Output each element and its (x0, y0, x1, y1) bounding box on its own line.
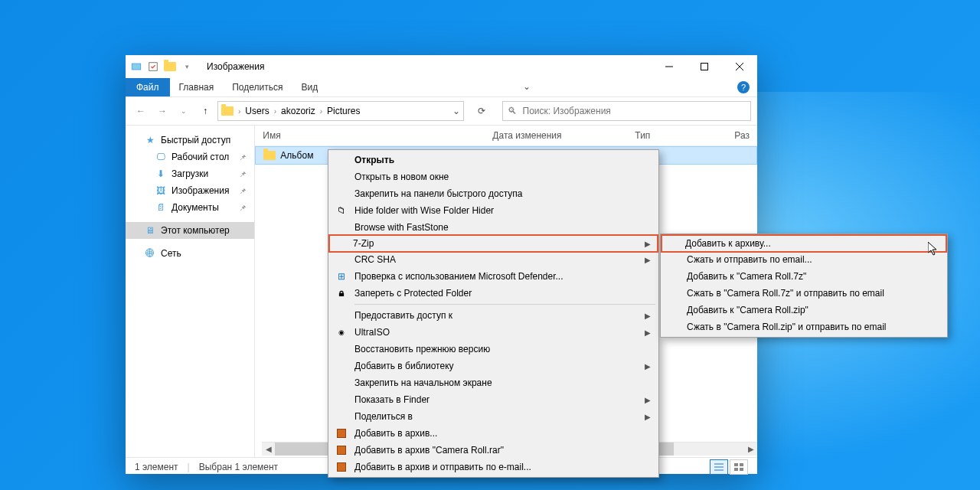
nav-up-button[interactable]: ↑ (196, 102, 214, 120)
ctx-library[interactable]: Добавить в библиотеку▶ (330, 358, 657, 374)
column-headers: Имя Дата изменения Тип Раз (255, 126, 757, 146)
ribbon-collapse-icon[interactable]: ⌄ (523, 81, 531, 96)
close-button[interactable] (722, 55, 757, 78)
sub-compress-7z-email[interactable]: Сжать в "Camera Roll.7z" и отправить по … (662, 285, 946, 302)
submenu-arrow-icon: ▶ (645, 396, 651, 404)
sidebar-network[interactable]: 🌐︎Сеть (126, 245, 254, 262)
svg-rect-17 (338, 446, 345, 454)
scroll-left-button[interactable]: ◀ (262, 443, 275, 456)
tab-file[interactable]: Файл (126, 78, 170, 96)
svg-rect-12 (734, 468, 738, 471)
breadcrumb-user[interactable]: akozoriz (281, 106, 315, 116)
sidebar-downloads[interactable]: ⬇Загрузки📌︎ (126, 165, 254, 182)
documents-icon: 📄︎ (155, 201, 167, 214)
sub-add-7z[interactable]: Добавить к "Camera Roll.7z" (662, 268, 946, 285)
help-icon[interactable]: ? (737, 81, 750, 93)
sub-add-archive[interactable]: Добавить к архиву... (661, 234, 947, 253)
sidebar-label: Изображения (172, 185, 229, 196)
wise-icon: 📁︎ (335, 204, 348, 217)
network-icon: 🌐︎ (144, 247, 156, 260)
ctx-faststone[interactable]: Browse with FastStone (330, 219, 657, 236)
maximize-button[interactable] (687, 55, 722, 78)
ctx-7zip[interactable]: 7-Zip▶ (328, 234, 658, 253)
refresh-button[interactable]: ⟳ (470, 101, 493, 121)
col-size[interactable]: Раз (727, 130, 757, 141)
folder-icon (263, 151, 276, 160)
sidebar-label: Документы (172, 202, 219, 213)
submenu-arrow-icon: ▶ (645, 328, 651, 337)
qat-props-icon[interactable] (147, 60, 159, 73)
ctx-add-email[interactable]: Добавить в архив и отправить по e-mail..… (330, 459, 657, 475)
breadcrumb[interactable]: › Users › akozoriz › Pictures ⌄ (217, 101, 464, 121)
ctx-crc-sha[interactable]: CRC SHA▶ (330, 251, 657, 268)
sidebar-desktop[interactable]: 🖵Рабочий стол📌︎ (126, 149, 254, 165)
sidebar-this-pc[interactable]: 🖥︎Этот компьютер (126, 222, 254, 239)
submenu-7zip: Добавить к архиву... Сжать и отправить п… (660, 234, 948, 338)
qat-dropdown-icon[interactable]: ▾ (181, 60, 193, 73)
pin-icon: 📌︎ (239, 187, 247, 195)
ctx-finder[interactable]: Показать в Finder▶ (330, 391, 657, 408)
nav-back-button[interactable]: ← (132, 102, 150, 120)
sub-add-zip[interactable]: Добавить к "Camera Roll.zip" (662, 302, 946, 318)
view-details-button[interactable] (710, 459, 728, 475)
rar-icon (335, 443, 348, 457)
lock-icon: 🔒︎ (335, 286, 348, 300)
tab-share[interactable]: Поделиться (223, 78, 292, 96)
col-type[interactable]: Тип (627, 130, 727, 141)
ctx-hide-folder[interactable]: 📁︎Hide folder with Wise Folder Hider (330, 202, 657, 219)
breadcrumb-dropdown-icon[interactable]: ⌄ (452, 106, 460, 116)
ctx-protected[interactable]: 🔒︎Запереть с Protected Folder (330, 285, 657, 302)
ctx-share-to[interactable]: Поделиться в▶ (330, 408, 657, 425)
ctx-defender[interactable]: ⊞Проверка с использованием Microsoft Def… (330, 268, 657, 285)
sidebar-label: Загрузки (172, 168, 208, 179)
svg-rect-13 (740, 468, 743, 471)
sidebar-documents[interactable]: 📄︎Документы📌︎ (126, 199, 254, 216)
search-box[interactable]: 🔍︎ (502, 101, 752, 121)
ctx-open-new[interactable]: Открыть в новом окне (330, 168, 657, 185)
ultraiso-icon: ◉ (335, 325, 348, 339)
view-icons-button[interactable] (730, 459, 748, 475)
sub-compress-zip-email[interactable]: Сжать в "Camera Roll.zip" и отправить по… (662, 318, 946, 335)
defender-icon: ⊞ (335, 270, 348, 283)
search-icon: 🔍︎ (508, 106, 517, 116)
svg-rect-1 (132, 64, 141, 70)
nav-recent-button[interactable]: ⌄ (175, 102, 193, 120)
separator (354, 304, 655, 305)
sub-compress-email[interactable]: Сжать и отправить по email... (662, 251, 946, 268)
ctx-pin-quick[interactable]: Закрепить на панели быстрого доступа (330, 185, 657, 202)
pin-icon: 📌︎ (239, 204, 247, 212)
ctx-add-rar[interactable]: Добавить в архив "Camera Roll.rar" (330, 442, 657, 459)
ctx-add-archive[interactable]: Добавить в архив... (330, 425, 657, 442)
cursor-icon (928, 242, 940, 257)
sidebar: ★Быстрый доступ 🖵Рабочий стол📌︎ ⬇Загрузк… (126, 126, 255, 457)
tab-view[interactable]: Вид (292, 78, 327, 96)
pc-icon: 🖥︎ (144, 224, 156, 237)
ctx-restore[interactable]: Восстановить прежнюю версию (330, 341, 657, 358)
sidebar-pictures[interactable]: 🖼︎Изображения📌︎ (126, 182, 254, 199)
context-menu: Открыть Открыть в новом окне Закрепить н… (328, 149, 659, 478)
star-icon: ★ (144, 134, 156, 146)
submenu-arrow-icon: ▶ (645, 362, 651, 371)
sidebar-quick-access[interactable]: ★Быстрый доступ (126, 132, 254, 149)
breadcrumb-users[interactable]: Users (245, 106, 269, 116)
nav-fwd-button: → (153, 102, 172, 120)
breadcrumb-folder[interactable]: Pictures (327, 106, 360, 116)
breadcrumb-folder-icon (221, 105, 234, 117)
svg-rect-15 (338, 430, 345, 437)
ctx-pin-start[interactable]: Закрепить на начальном экране (330, 374, 657, 391)
ctx-share-access[interactable]: Предоставить доступ к▶ (330, 307, 657, 324)
qat-folder-icon[interactable] (164, 60, 176, 73)
search-input[interactable] (521, 105, 746, 117)
status-selected: Выбран 1 элемент (199, 462, 278, 472)
col-date[interactable]: Дата изменения (485, 130, 627, 141)
sidebar-label: Этот компьютер (161, 225, 230, 236)
col-name[interactable]: Имя (255, 130, 485, 141)
minimize-button[interactable] (652, 55, 687, 78)
submenu-arrow-icon: ▶ (645, 256, 651, 264)
titlebar[interactable]: ▾ Изображения (126, 55, 757, 78)
ctx-ultraiso[interactable]: ◉UltraISO▶ (330, 324, 657, 341)
rar-icon (335, 460, 348, 474)
scroll-right-button[interactable]: ▶ (744, 443, 757, 456)
tab-home[interactable]: Главная (170, 78, 224, 96)
ctx-open[interactable]: Открыть (330, 152, 657, 168)
